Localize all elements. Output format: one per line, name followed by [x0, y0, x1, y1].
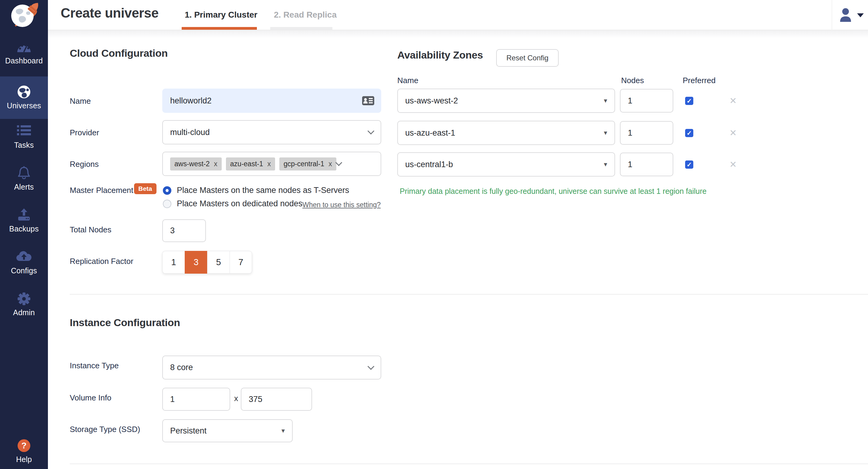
az-preferred-column-header: Preferred [683, 76, 715, 85]
remove-region-icon[interactable]: x [267, 160, 271, 168]
availability-zones-heading: Availability Zones [397, 49, 483, 61]
volume-count-input[interactable] [162, 388, 230, 411]
remove-region-icon[interactable]: x [214, 160, 217, 168]
regions-multiselect[interactable]: aws-west-2 x azu-east-1 x gcp-central-1 … [162, 152, 381, 176]
az-nodes-input-row-1[interactable] [620, 89, 673, 113]
sidebar: Dashboard Universes Tasks [0, 0, 48, 469]
radio-selected-icon[interactable] [163, 186, 172, 195]
universe-name-input[interactable] [162, 89, 381, 113]
sidebar-item-label: Admin [0, 308, 48, 317]
remove-region-icon[interactable]: x [329, 160, 332, 168]
reset-config-button[interactable]: Reset Config [496, 49, 559, 67]
volume-size-input[interactable] [241, 388, 312, 411]
radio-unselected-icon[interactable] [163, 199, 172, 208]
help-icon: ? [0, 439, 48, 452]
chevron-down-icon [368, 363, 375, 370]
rf-option-1[interactable]: 1 [162, 251, 185, 274]
az-name-column-header: Name [397, 76, 418, 85]
sidebar-item-dashboard[interactable]: Dashboard [0, 40, 48, 65]
az-name-value: us-aws-west-2 [405, 96, 604, 105]
az-select-row-1[interactable]: us-aws-west-2 ▾ [397, 89, 615, 113]
master-placement-option-same-nodes[interactable]: Place Masters on the same nodes as T-Ser… [163, 186, 349, 195]
chevron-down-icon [368, 128, 375, 135]
master-placement-label: Master Placement [70, 186, 133, 195]
dropdown-caret-icon: ▾ [604, 97, 607, 104]
az-remove-icon-row-2[interactable]: ✕ [730, 129, 737, 137]
cloud-upload-icon [0, 250, 48, 264]
user-account-icon[interactable] [839, 8, 852, 22]
provider-label: Provider [70, 128, 99, 137]
az-select-row-3[interactable]: us-central1-b ▾ [397, 152, 615, 177]
master-placement-option-dedicated-nodes[interactable]: Place Masters on dedicated nodes [163, 199, 302, 209]
sidebar-item-label: Dashboard [0, 56, 48, 65]
az-select-row-2[interactable]: us-azu-east-1 ▾ [397, 121, 615, 145]
sidebar-item-help[interactable]: ? Help [0, 439, 48, 464]
region-chip[interactable]: azu-east-1 x [226, 157, 275, 170]
active-tab-indicator [182, 27, 257, 30]
az-preferred-checkbox-row-1[interactable]: ✓ [685, 97, 693, 105]
region-chip[interactable]: gcp-central-1 x [279, 157, 336, 170]
region-chip-label: aws-west-2 [175, 160, 210, 168]
total-nodes-input[interactable] [162, 219, 206, 242]
yugabyte-logo-icon [5, 1, 42, 32]
sidebar-item-configs[interactable]: Configs [0, 250, 48, 275]
topbar: Create universe 1. Primary Cluster 2. Re… [48, 0, 868, 30]
inactive-tab-indicator [270, 27, 332, 30]
tab-label: 2. Read Replica [274, 10, 337, 20]
tab-read-replica[interactable]: 2. Read Replica [274, 0, 337, 30]
sidebar-item-label: Tasks [0, 141, 48, 150]
page-title: Create universe [61, 5, 159, 21]
az-remove-icon-row-3[interactable]: ✕ [730, 160, 737, 169]
replication-factor-group: 1 3 5 7 [162, 251, 252, 274]
az-nodes-input-row-2[interactable] [620, 121, 673, 145]
rf-option-5[interactable]: 5 [207, 251, 229, 274]
sidebar-item-backups[interactable]: Backups [0, 208, 48, 233]
instance-type-value: 8 core [170, 363, 369, 372]
provider-select[interactable]: multi-cloud [162, 120, 381, 145]
svg-text:?: ? [21, 441, 26, 450]
region-chip-label: azu-east-1 [230, 160, 263, 168]
bell-icon [0, 166, 48, 180]
az-preferred-checkbox-row-2[interactable]: ✓ [685, 129, 693, 137]
sidebar-item-tasks[interactable]: Tasks [0, 124, 48, 150]
gear-icon [0, 292, 48, 306]
az-nodes-column-header: Nodes [621, 76, 644, 85]
beta-badge: Beta [134, 183, 156, 194]
az-name-value: us-central1-b [405, 160, 604, 169]
user-menu-caret-icon[interactable] [857, 13, 864, 17]
storage-type-select[interactable]: Persistent ▾ [162, 419, 293, 442]
az-preferred-checkbox-row-3[interactable]: ✓ [685, 160, 693, 169]
sidebar-item-admin[interactable]: Admin [0, 292, 48, 317]
check-icon: ✓ [687, 161, 692, 168]
instance-configuration-heading: Instance Configuration [70, 317, 180, 329]
universe-globe-icon [0, 85, 48, 99]
instance-type-select[interactable]: 8 core [162, 355, 381, 379]
check-icon: ✓ [687, 97, 692, 105]
rf-option-3-selected[interactable]: 3 [185, 251, 207, 274]
cloud-configuration-heading: Cloud Configuration [70, 47, 168, 59]
sidebar-item-universes[interactable]: Universes [0, 76, 48, 119]
main-content: Cloud Configuration Name Provider multi-… [48, 30, 868, 469]
rf-option-7[interactable]: 7 [229, 251, 252, 274]
provider-value: multi-cloud [170, 128, 369, 137]
region-chips: aws-west-2 x azu-east-1 x gcp-central-1 … [170, 157, 336, 170]
sidebar-item-alerts[interactable]: Alerts [0, 166, 48, 191]
dashboard-icon [0, 40, 48, 54]
when-to-use-setting-link[interactable]: When to use this setting? [302, 201, 381, 209]
geo-redundancy-status-message: Primary data placement is fully geo-redu… [400, 187, 707, 196]
dropdown-caret-icon: ▾ [281, 428, 285, 434]
check-icon: ✓ [687, 129, 692, 137]
tab-primary-cluster[interactable]: 1. Primary Cluster [185, 0, 257, 30]
total-nodes-label: Total Nodes [70, 225, 111, 234]
volume-info-label: Volume Info [70, 393, 111, 403]
storage-type-label: Storage Type (SSD) [70, 425, 140, 434]
topbar-divider [832, 0, 832, 30]
dropdown-caret-icon: ▾ [604, 161, 607, 168]
radio-label: Place Masters on dedicated nodes [177, 199, 302, 209]
az-remove-icon-row-1[interactable]: ✕ [730, 96, 737, 105]
sidebar-item-label: Help [0, 455, 48, 464]
storage-type-value: Persistent [170, 426, 281, 436]
az-nodes-input-row-3[interactable] [620, 153, 673, 176]
create-universe-page: Dashboard Universes Tasks [0, 0, 868, 469]
region-chip[interactable]: aws-west-2 x [170, 157, 222, 170]
